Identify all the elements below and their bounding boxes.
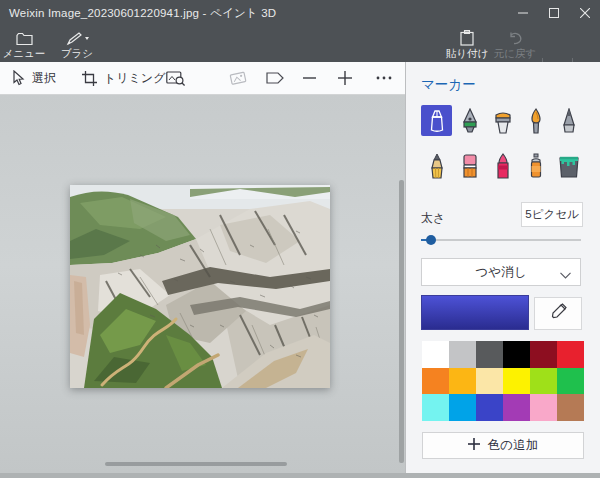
ribbon: メニュー ブラシ 貼り付け	[0, 26, 600, 62]
maximize-icon	[549, 8, 559, 18]
paste-label: 貼り付け	[446, 48, 489, 59]
canvas-toolbar: 選択 トリミング	[0, 62, 405, 95]
palette-swatch[interactable]	[422, 368, 449, 395]
select-tool-button[interactable]: 選択	[12, 62, 56, 94]
palette-swatch[interactable]	[422, 341, 449, 368]
tool-calligraphy-pen[interactable]	[454, 105, 485, 136]
palette-swatch[interactable]	[449, 341, 476, 368]
plus-icon	[338, 71, 352, 85]
ellipsis-icon	[376, 76, 392, 80]
tool-fill[interactable]	[553, 150, 584, 181]
plus-icon-small	[468, 438, 480, 453]
sticker-button[interactable]	[229, 62, 247, 94]
add-color-label: 色の追加	[488, 437, 538, 454]
minimize-button[interactable]	[507, 0, 538, 26]
menu-folder-icon	[16, 29, 33, 46]
tool-eraser[interactable]	[454, 150, 485, 181]
sticker-icon	[229, 71, 247, 85]
select-arrow-icon	[12, 70, 25, 86]
undo-label: 元に戻す	[494, 48, 537, 59]
crop-tool-button[interactable]: トリミング	[82, 62, 165, 94]
brush-label: ブラシ	[61, 48, 93, 59]
magic-select-button[interactable]	[166, 62, 186, 94]
eyedropper-button[interactable]	[534, 297, 582, 330]
tool-spray-can[interactable]	[520, 150, 551, 181]
slider-track	[421, 239, 581, 241]
brush-icon	[64, 29, 90, 46]
palette-swatch[interactable]	[557, 368, 584, 395]
palette-swatch[interactable]	[503, 394, 530, 421]
crop-icon	[82, 71, 97, 86]
shape-flag-icon	[266, 71, 284, 85]
undo-button[interactable]: 元に戻す	[492, 28, 538, 61]
palette-swatch[interactable]	[530, 341, 557, 368]
tool-oil-brush[interactable]	[487, 105, 518, 136]
close-button[interactable]	[569, 0, 600, 26]
thickness-value-input[interactable]: 5ピクセル	[521, 202, 583, 227]
close-icon	[580, 8, 590, 18]
palette-swatch[interactable]	[449, 394, 476, 421]
color-palette	[422, 341, 584, 421]
zoom-in-button[interactable]	[338, 62, 352, 94]
magic-select-icon	[166, 71, 186, 86]
palette-swatch[interactable]	[476, 341, 503, 368]
palette-swatch[interactable]	[476, 368, 503, 395]
canyon-photo-illustration	[70, 185, 330, 388]
marker-icon	[426, 109, 448, 133]
palette-swatch[interactable]	[476, 394, 503, 421]
palette-swatch[interactable]	[530, 368, 557, 395]
slider-thumb[interactable]	[426, 235, 436, 245]
tool-marker[interactable]	[421, 105, 452, 136]
tool-watercolor-brush[interactable]	[520, 105, 551, 136]
oil-brush-icon	[492, 108, 514, 134]
panel-title: マーカー	[421, 76, 476, 94]
window-controls	[507, 0, 600, 26]
tool-crayon[interactable]	[487, 150, 518, 181]
minimize-icon	[518, 8, 528, 18]
zoom-out-button[interactable]	[303, 62, 316, 94]
titlebar: Weixin Image_20230601220941.jpg - ペイント 3…	[0, 0, 600, 26]
chevron-down-icon	[560, 268, 571, 282]
watercolor-brush-icon	[526, 108, 546, 134]
finish-value: つや消し	[476, 264, 527, 281]
palette-swatch[interactable]	[422, 394, 449, 421]
calligraphy-pen-icon	[459, 108, 481, 134]
horizontal-scrollbar[interactable]	[105, 462, 287, 466]
spray-can-icon	[527, 153, 545, 179]
paint3d-window: Weixin Image_20230601220941.jpg - ペイント 3…	[0, 0, 600, 478]
palette-swatch[interactable]	[530, 394, 557, 421]
window-bottom-edge	[0, 473, 600, 478]
canvas-area	[0, 95, 405, 473]
tool-pixel-pen[interactable]	[553, 105, 584, 136]
menu-button[interactable]: メニュー	[4, 28, 44, 61]
canvas-photo[interactable]	[70, 185, 330, 388]
tool-pencil[interactable]	[421, 150, 452, 181]
palette-swatch[interactable]	[449, 368, 476, 395]
thickness-slider[interactable]	[421, 234, 581, 246]
menu-label: メニュー	[3, 48, 46, 59]
maximize-button[interactable]	[538, 0, 569, 26]
palette-swatch[interactable]	[503, 341, 530, 368]
add-color-button[interactable]: 色の追加	[422, 432, 584, 459]
brush-panel: マーカー	[405, 62, 600, 473]
paste-clipboard-icon	[460, 29, 474, 46]
finish-dropdown[interactable]: つや消し	[421, 258, 581, 286]
more-options-button[interactable]	[376, 62, 392, 94]
eyedropper-icon	[550, 303, 567, 324]
paste-button[interactable]: 貼り付け	[444, 28, 490, 61]
crop-label: トリミング	[104, 70, 165, 87]
palette-swatch[interactable]	[503, 368, 530, 395]
pencil-icon	[427, 153, 447, 179]
palette-swatch[interactable]	[557, 341, 584, 368]
minus-icon	[303, 76, 316, 80]
undo-icon	[508, 29, 523, 46]
vertical-scrollbar[interactable]	[399, 180, 404, 463]
eraser-icon	[461, 153, 479, 179]
window-title: Weixin Image_20230601220941.jpg - ペイント 3…	[0, 6, 276, 21]
palette-swatch[interactable]	[557, 394, 584, 421]
shapes-button[interactable]	[266, 62, 284, 94]
thickness-label: 太さ	[421, 210, 445, 227]
brush-menu-button[interactable]: ブラシ	[56, 28, 98, 61]
current-color-swatch[interactable]	[421, 295, 529, 330]
crayon-icon	[494, 153, 512, 179]
